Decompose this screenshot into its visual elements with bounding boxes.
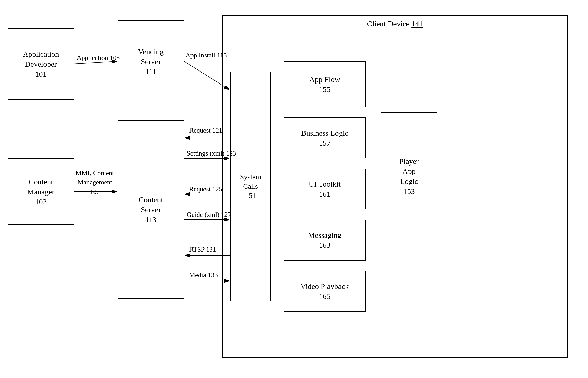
messaging-box: Messaging163 [284,220,366,261]
content-manager-label: ContentManager103 [27,177,55,207]
vending-server-box: VendingServer111 [118,20,184,102]
request-125-label: Request 125 [189,185,222,193]
app-developer-label: ApplicationDeveloper101 [23,49,59,79]
app-flow-box: App Flow155 [284,61,366,107]
messaging-label: Messaging163 [308,230,341,250]
vending-server-label: VendingServer111 [138,46,164,76]
client-device-number: 141 [411,19,423,28]
media-133-label: Media 133 [189,271,218,279]
content-manager-box: ContentManager103 [8,158,74,225]
business-logic-label: Business Logic157 [301,128,348,148]
video-playback-box: Video Playback165 [284,271,366,312]
app-developer-box: ApplicationDeveloper101 [8,28,74,100]
settings-123-label: Settings (xml) 123 [187,150,236,157]
ui-toolkit-box: UI Toolkit161 [284,169,366,209]
rtsp-131-label: RTSP 131 [189,246,216,253]
diagram-container: Client Device 141 ApplicationDeveloper10… [0,0,588,378]
request-121-label: Request 121 [189,127,222,134]
app-flow-label: App Flow155 [309,74,340,94]
content-server-label: ContentServer113 [139,195,163,225]
ui-toolkit-label: UI Toolkit161 [309,179,341,199]
client-device-label: Client Device 141 [367,19,423,28]
svg-line-3 [184,61,229,89]
application-105-label: Application 105 [77,54,120,62]
mmi-107-label: MMI, ContentManagement107 [76,169,114,196]
video-playback-label: Video Playback165 [301,281,349,301]
content-server-box: ContentServer113 [118,120,184,299]
system-calls-box: SystemCalls151 [230,72,271,301]
system-calls-label: SystemCalls151 [240,172,261,200]
app-install-115-label: App Install 115 [186,52,227,59]
player-app-logic-label: PlayerAppLogic153 [399,156,419,196]
player-app-logic-box: PlayerAppLogic153 [381,112,437,240]
guide-127-label: Guide (xml) 127 [187,211,231,219]
business-logic-box: Business Logic157 [284,117,366,158]
